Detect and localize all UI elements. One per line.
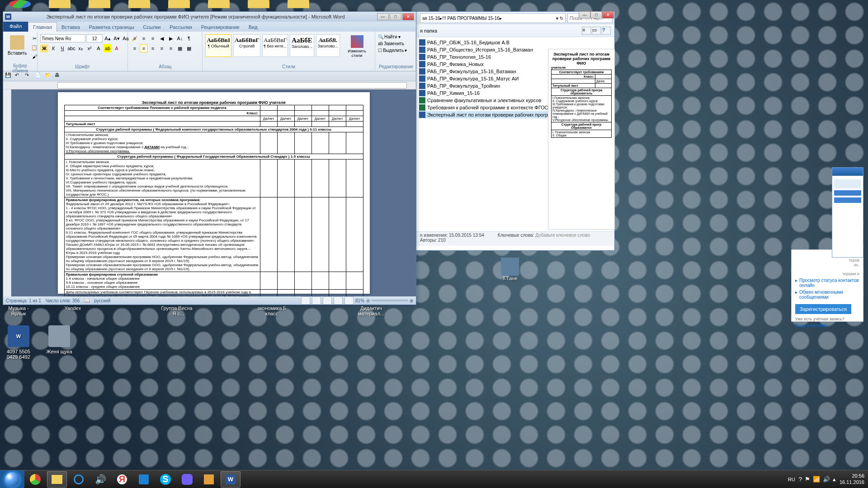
view-mode-button[interactable]: ≡: [582, 27, 591, 35]
strike-button[interactable]: abc: [67, 44, 75, 52]
desktop-shortcut-econ[interactable]: экономика 5 класс: [256, 305, 288, 316]
folder-icon[interactable]: [288, 0, 309, 8]
taskbar-yandex[interactable]: Я: [112, 471, 132, 488]
login-link[interactable]: Вход в систему: [795, 323, 859, 328]
messaging-link[interactable]: ▸ Обмен мгновенными сообщениями: [795, 290, 859, 300]
word-titlebar[interactable]: W Экспертный лист по итогам проверки раб…: [3, 12, 416, 22]
multilevel-button[interactable]: ≡: [149, 34, 157, 42]
tray-network-icon[interactable]: 📶: [813, 476, 820, 483]
view-reading-button[interactable]: [312, 296, 321, 305]
close-button[interactable]: ✕: [402, 13, 414, 20]
tray-help-icon[interactable]: ?: [799, 476, 802, 483]
subscript-button[interactable]: x₂: [76, 44, 85, 52]
taskbar-sound[interactable]: 🔊: [90, 471, 110, 488]
desktop-shortcut-pike[interactable]: Женя щука: [43, 325, 75, 360]
horizontal-ruler[interactable]: [3, 81, 416, 89]
show-marks-button[interactable]: ¶: [185, 34, 193, 42]
zoom-out-button[interactable]: ⊖: [366, 298, 370, 303]
save-button[interactable]: 💾: [5, 72, 13, 80]
text-effects-button[interactable]: A: [94, 44, 103, 52]
help-button[interactable]: ?: [602, 27, 611, 35]
messenger-titlebar[interactable]: [832, 168, 863, 176]
redo-button[interactable]: ↷: [25, 72, 33, 80]
folder-icon[interactable]: [49, 0, 71, 8]
qat-button[interactable]: 🖶: [55, 72, 63, 80]
tray-volume-icon[interactable]: 🔊: [823, 476, 830, 483]
folder-icon[interactable]: [89, 0, 110, 8]
tab-view[interactable]: Вид: [244, 23, 262, 32]
undo-button[interactable]: ↶: [15, 72, 23, 80]
folder-icon[interactable]: [168, 0, 190, 8]
inc-indent-button[interactable]: ▶: [167, 34, 175, 42]
page-scroll[interactable]: Экспертный лист по итогам проверки рабоч…: [11, 89, 416, 296]
align-left-button[interactable]: ≡: [131, 44, 139, 52]
taskbar-ie[interactable]: [69, 471, 89, 488]
tab-home[interactable]: Главная: [28, 22, 57, 32]
explorer-close[interactable]: ✕: [602, 11, 614, 19]
preview-pane-button[interactable]: ▭: [592, 27, 601, 35]
tab-references[interactable]: Ссылки: [139, 23, 165, 32]
style-strong[interactable]: АаБбВвГСтрогий: [233, 34, 260, 57]
justify-button[interactable]: ≡: [158, 44, 166, 52]
language-indicator[interactable]: русский: [94, 298, 110, 303]
file-item[interactable]: РАБ_ПР_ОБЖ_15-16_Бедишов А.В: [418, 39, 613, 46]
folder-icon[interactable]: [208, 0, 230, 8]
style-nospacing[interactable]: АаБбВвГ¶ Без инте...: [262, 34, 288, 57]
tab-review[interactable]: Рецензирование: [197, 23, 244, 32]
view-outline-button[interactable]: [334, 296, 343, 305]
tray-chevron-icon[interactable]: ▴: [833, 476, 836, 483]
find-button[interactable]: 🔍 Найти ▾: [378, 34, 401, 39]
maximize-button[interactable]: □: [390, 13, 401, 20]
style-normal[interactable]: АаБбВвI¶ Обычный: [205, 34, 231, 57]
document-page[interactable]: Экспертный лист по итогам проверки рабоч…: [58, 92, 370, 294]
bold-button[interactable]: Ж: [40, 44, 48, 52]
taskbar-teamviewer[interactable]: [134, 471, 154, 488]
view-draft-button[interactable]: [344, 296, 354, 305]
line-spacing-button[interactable]: ≡: [167, 44, 175, 52]
minimize-button[interactable]: —: [377, 13, 389, 20]
spell-check-icon[interactable]: 📖: [84, 298, 90, 303]
address-bar[interactable]: ая 15-16 ▸ !!! РАБ ПРОГРАММЫ 15-16 ▸ ▾ ↻: [420, 13, 566, 23]
borders-button[interactable]: ▦: [185, 44, 193, 52]
explorer-minimize[interactable]: —: [579, 11, 590, 19]
font-size-select[interactable]: [86, 34, 103, 42]
messenger-window[interactable]: [832, 167, 863, 258]
zoom-slider[interactable]: [372, 300, 408, 301]
view-print-button[interactable]: [301, 296, 310, 305]
bullets-button[interactable]: ≡: [131, 34, 139, 42]
dec-indent-button[interactable]: ◀: [158, 34, 166, 42]
desktop-shortcut-word[interactable]: W 4097 5505 0429 6492: [3, 325, 34, 360]
taskbar-skype[interactable]: S: [156, 471, 175, 488]
clock[interactable]: 20:56 16.11.2016: [840, 473, 864, 485]
taskbar-viber[interactable]: [177, 471, 197, 488]
desktop-shortcut-music[interactable]: Музыка - Ярлык: [3, 305, 34, 316]
language-indicator[interactable]: RU: [788, 477, 795, 482]
paste-button[interactable]: Вставить: [6, 34, 28, 56]
explorer-maximize[interactable]: □: [590, 11, 602, 19]
font-color-button[interactable]: A: [113, 44, 121, 52]
desktop-shortcut-tane[interactable]: Т.Тане: [501, 258, 519, 281]
replace-button[interactable]: ab Заменить: [378, 41, 404, 46]
style-h1[interactable]: АаБбЕЗаголово...: [290, 34, 314, 57]
tab-mailings[interactable]: Рассылки: [165, 23, 196, 32]
tray-flag-icon[interactable]: ⚑: [805, 476, 810, 483]
style-h2[interactable]: АаБбВ.Заголово...: [316, 34, 340, 57]
taskbar-chrome[interactable]: [25, 471, 45, 488]
taskbar-explorer[interactable]: [47, 471, 67, 488]
select-button[interactable]: ☐ Выделить ▾: [378, 48, 407, 53]
superscript-button[interactable]: x²: [85, 44, 94, 52]
shading-button[interactable]: ▦: [176, 44, 184, 52]
align-center-button[interactable]: ≡: [140, 44, 148, 52]
chrome-shortcut[interactable]: [9, 0, 31, 8]
desktop-shortcut-group[interactable]: Группа Весна - Я с...: [161, 305, 193, 316]
desktop-shortcut-didact[interactable]: Дидактич материал...: [355, 305, 387, 316]
tab-layout[interactable]: Разметка страницы: [85, 23, 139, 32]
start-button[interactable]: [0, 470, 24, 488]
vertical-ruler[interactable]: [3, 89, 11, 296]
tab-file[interactable]: Файл: [3, 22, 28, 32]
underline-button[interactable]: Ч: [58, 44, 66, 52]
align-right-button[interactable]: ≡: [149, 44, 157, 52]
view-web-button[interactable]: [323, 296, 332, 305]
tab-insert[interactable]: Вставка: [57, 23, 85, 32]
word-count[interactable]: Число слов: 356: [46, 298, 80, 303]
